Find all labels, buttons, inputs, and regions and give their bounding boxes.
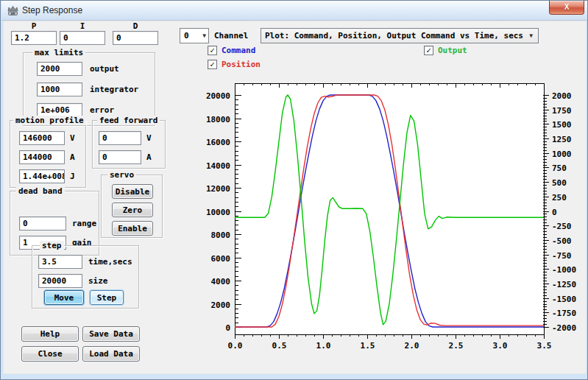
channel-label: Channel — [214, 31, 248, 41]
svg-text:-250: -250 — [552, 222, 572, 231]
servo-disable-button[interactable]: Disable — [112, 184, 153, 199]
svg-text:-1500: -1500 — [552, 295, 576, 304]
channel-select[interactable]: 0 ▼ — [180, 28, 209, 43]
svg-text:DM: DM — [11, 12, 15, 15]
servo-enable-button[interactable]: Enable — [112, 221, 153, 236]
help-button[interactable]: Help — [21, 326, 79, 342]
svg-text:-750: -750 — [552, 251, 572, 261]
svg-text:500: 500 — [552, 178, 567, 188]
d-label: D — [113, 21, 158, 31]
chevron-down-icon: ▼ — [529, 32, 533, 39]
svg-text:16000: 16000 — [206, 138, 230, 147]
servo-zero-button[interactable]: Zero — [112, 203, 153, 217]
svg-text:12000: 12000 — [206, 184, 230, 194]
acceleration-field[interactable] — [19, 150, 65, 164]
svg-text:6000: 6000 — [211, 254, 231, 264]
svg-text:2.0: 2.0 — [405, 341, 419, 351]
motion-profile-group: motion profile V A J — [10, 120, 86, 188]
dead-band-range-label: range — [72, 219, 96, 228]
output-limit-field[interactable] — [37, 62, 82, 76]
command-legend-label: Command — [222, 46, 255, 55]
acceleration-label: A — [70, 152, 75, 162]
output-limit-label: output — [90, 64, 119, 74]
plot-select[interactable]: Plot: Command, Position, Output Command … — [261, 28, 539, 43]
integrator-limit-field[interactable] — [37, 82, 82, 96]
app-icon: DM — [7, 4, 19, 17]
p-gain-field[interactable] — [11, 31, 57, 45]
close-icon: X — [564, 3, 570, 11]
svg-text:1250: 1250 — [552, 135, 572, 144]
load-data-button[interactable]: Load Data — [82, 346, 140, 362]
svg-text:1.5: 1.5 — [361, 341, 375, 351]
step-title: step — [40, 241, 64, 250]
channel-value: 0 — [184, 31, 189, 41]
step-response-window: DM Step Response X P I D 0 ▼ Channel Plo… — [0, 0, 588, 380]
position-legend-label: Position — [222, 60, 261, 69]
move-button[interactable]: Move — [44, 290, 84, 305]
svg-text:10000: 10000 — [206, 208, 230, 217]
servo-title: servo — [107, 170, 136, 180]
title-bar[interactable]: DM Step Response — [1, 1, 588, 21]
window-title: Step Response — [22, 5, 82, 15]
ff-acceleration-field[interactable] — [99, 150, 141, 164]
max-limits-group: max limits output integrator error — [23, 52, 155, 126]
ff-velocity-label: V — [146, 133, 152, 143]
close-window-button[interactable]: X — [549, 1, 584, 15]
svg-text:3.5: 3.5 — [537, 341, 552, 351]
ff-acceleration-label: A — [146, 152, 152, 162]
svg-text:0: 0 — [225, 323, 230, 333]
chart: 0200040006000800010000120001400016000180… — [194, 73, 588, 362]
svg-text:1000: 1000 — [552, 149, 572, 159]
svg-text:2.5: 2.5 — [449, 341, 464, 351]
svg-text:-1000: -1000 — [552, 265, 576, 275]
plot-select-value: Plot: Command, Position, Output Command … — [265, 31, 523, 41]
feed-forward-title: feed forward — [97, 116, 160, 125]
feed-forward-group: feed forward V A — [92, 120, 166, 169]
dead-band-title: dead band — [16, 186, 65, 196]
svg-text:3.0: 3.0 — [493, 341, 508, 351]
position-checkbox[interactable]: ✓ — [208, 60, 217, 69]
close-button[interactable]: Close — [21, 346, 79, 362]
ff-velocity-field[interactable] — [99, 131, 141, 145]
svg-text:-1250: -1250 — [552, 280, 576, 289]
motion-profile-title: motion profile — [13, 116, 86, 125]
i-label: I — [60, 21, 105, 31]
svg-text:-2000: -2000 — [552, 323, 576, 333]
svg-text:-1750: -1750 — [552, 309, 576, 318]
step-group: step time,secs size Move Step — [32, 245, 139, 309]
command-checkbox[interactable]: ✓ — [208, 46, 217, 55]
svg-text:14000: 14000 — [206, 161, 230, 171]
servo-group: servo Disable Zero Enable — [101, 175, 163, 238]
svg-text:1.0: 1.0 — [316, 341, 331, 351]
svg-text:8000: 8000 — [211, 231, 231, 240]
i-gain-field[interactable] — [60, 31, 105, 45]
svg-text:0.5: 0.5 — [272, 341, 287, 351]
svg-text:18000: 18000 — [206, 115, 230, 124]
error-limit-label: error — [90, 105, 114, 115]
d-gain-field[interactable] — [113, 31, 158, 45]
step-size-label: size — [88, 276, 108, 286]
svg-text:4000: 4000 — [211, 277, 231, 286]
step-time-label: time,secs — [88, 257, 132, 267]
velocity-field[interactable] — [19, 131, 65, 145]
svg-text:2000: 2000 — [211, 300, 231, 310]
svg-text:2000: 2000 — [552, 91, 572, 101]
svg-text:250: 250 — [552, 193, 567, 203]
step-time-field[interactable] — [38, 255, 82, 269]
step-size-field[interactable] — [38, 274, 82, 288]
chevron-down-icon: ▼ — [202, 32, 206, 39]
svg-text:20000: 20000 — [206, 91, 230, 101]
velocity-label: V — [70, 133, 75, 143]
integrator-limit-label: integrator — [90, 85, 138, 94]
svg-text:-500: -500 — [552, 236, 572, 246]
output-checkbox[interactable]: ✓ — [424, 46, 433, 55]
step-button[interactable]: Step — [90, 290, 124, 305]
svg-text:0: 0 — [552, 208, 557, 217]
jerk-field[interactable] — [19, 169, 65, 183]
svg-text:1500: 1500 — [552, 120, 572, 130]
save-data-button[interactable]: Save Data — [82, 326, 140, 342]
max-limits-title: max limits — [32, 48, 85, 57]
dead-band-range-field[interactable] — [19, 217, 66, 231]
jerk-label: J — [70, 172, 75, 181]
p-label: P — [11, 21, 57, 31]
